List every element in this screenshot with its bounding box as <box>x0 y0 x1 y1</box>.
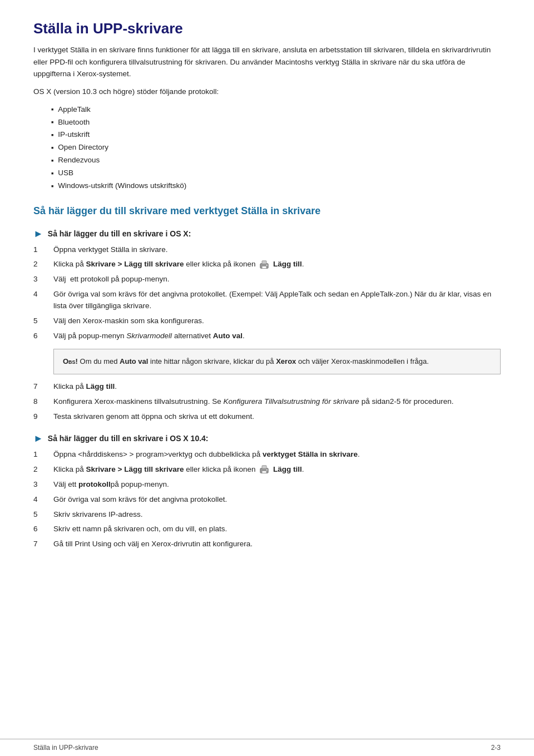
steps-group-1: 1 Öppna verktyget Ställa in skrivare. 2 … <box>33 244 501 342</box>
protocol-list: AppleTalk Bluetooth IP-utskrift Open Dir… <box>51 103 501 193</box>
obs-text: Om du med Auto val inte hittar någon skr… <box>80 357 429 365</box>
footer-left: Ställa in UPP-skrivare <box>33 744 98 752</box>
step-6: 6 Välj på popup-menyn Skrivarmodell alte… <box>33 330 501 342</box>
page-container: Ställa in UPP-skrivare I verktyget Ställ… <box>0 0 534 587</box>
step-s2-3: 3 Välj ett protokollpå popup-menyn. <box>33 479 501 491</box>
step-2: 2 Klicka på Skrivare > Lägg till skrivar… <box>33 259 501 270</box>
svg-rect-6 <box>262 471 266 473</box>
subsection1-heading: ► Så här lägger du till en skrivare i OS… <box>33 228 501 240</box>
svg-rect-1 <box>262 261 266 264</box>
arrow-icon: ► <box>33 228 43 240</box>
step-9: 9 Testa skrivaren genom att öppna och sk… <box>33 411 501 423</box>
step-5: 5 Välj den Xerox-maskin som ska konfigur… <box>33 315 501 327</box>
printer-icon-2 <box>259 465 270 474</box>
step-s2-2: 2 Klicka på Skrivare > Lägg till skrivar… <box>33 464 501 476</box>
svg-point-7 <box>266 470 268 471</box>
step-3: 3 Välj ett protokoll på popup-menyn. <box>33 274 501 285</box>
step-8: 8 Konfigurera Xerox-maskinens tillvalsut… <box>33 396 501 408</box>
svg-rect-5 <box>262 466 266 469</box>
step-4: 4 Gör övriga val som krävs för det angiv… <box>33 289 501 312</box>
steps-group-2: 7 Klicka på Lägg till. 8 Konfigurera Xer… <box>33 381 501 423</box>
step-1: 1 Öppna verktyget Ställa in skrivare. <box>33 244 501 256</box>
step-7: 7 Klicka på Lägg till. <box>33 381 501 393</box>
list-item: IP-utskrift <box>51 129 501 141</box>
arrow-icon-2: ► <box>33 433 43 444</box>
step-s2-6: 6 Skriv ett namn på skrivaren och, om du… <box>33 523 501 535</box>
step-s2-4: 4 Gör övriga val som krävs för det angiv… <box>33 494 501 506</box>
intro-paragraph: I verktyget Ställa in en skrivare finns … <box>33 44 501 80</box>
step-s2-5: 5 Skriv skrivarens IP-adress. <box>33 509 501 521</box>
footer-right: 2-3 <box>491 744 501 752</box>
printer-icon <box>259 260 270 269</box>
section-heading: Så här lägger du till skrivare med verkt… <box>33 205 501 218</box>
list-item: Windows-utskrift (Windows utskriftskö) <box>51 180 501 192</box>
list-item: Open Directory <box>51 141 501 154</box>
list-item: USB <box>51 167 501 180</box>
page-title: Ställa in UPP-skrivare <box>33 20 501 37</box>
svg-point-3 <box>266 265 268 266</box>
list-item: Bluetooth <box>51 116 501 129</box>
step-s2-7: 7 Gå till Print Using och välj en Xerox-… <box>33 538 501 550</box>
step-s2-1: 1 Öppna <hårddiskens> > program>verktyg … <box>33 449 501 461</box>
svg-rect-2 <box>262 266 266 268</box>
version-line: OS X (version 10.3 och högre) stöder föl… <box>33 86 501 98</box>
steps-group-3: 1 Öppna <hårddiskens> > program>verktyg … <box>33 449 501 550</box>
footer-bar: Ställa in UPP-skrivare 2-3 <box>0 739 534 756</box>
list-item: Rendezvous <box>51 154 501 167</box>
list-item: AppleTalk <box>51 103 501 116</box>
subsection2-heading: ► Så här lägger du till en skrivare i OS… <box>33 433 501 444</box>
obs-label: Obs! <box>63 357 78 365</box>
obs-box: Obs! Om du med Auto val inte hittar någo… <box>53 349 501 374</box>
